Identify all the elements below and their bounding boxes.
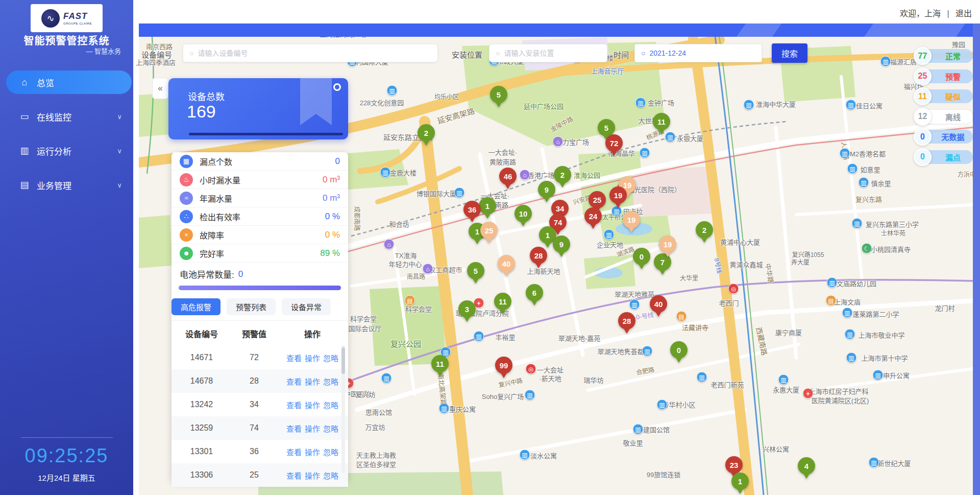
sidebar-item-总览[interactable]: ⌂总览 [6, 70, 132, 94]
tab-高危报警[interactable]: 高危报警 [172, 298, 220, 315]
map-marker-red-72[interactable]: 72 [605, 134, 623, 152]
map-label: 上海市红房子妇产科 [808, 386, 868, 396]
map-marker-green-4[interactable]: 4 [798, 457, 815, 475]
map-marker-green-1[interactable]: 1 [479, 197, 496, 215]
map-label: 上海新天地 [527, 266, 560, 276]
map-marker-red-24[interactable]: 24 [584, 207, 602, 225]
action-忽略[interactable]: 忽略 [323, 472, 338, 480]
legend-count-离线[interactable]: 12 [914, 108, 932, 126]
map-marker-green-2[interactable]: 2 [554, 166, 571, 183]
search-button[interactable]: 搜索 [772, 43, 807, 63]
action-查看[interactable]: 查看 [286, 354, 302, 363]
building-poi-icon: ▥ [744, 100, 754, 110]
action-查看[interactable]: 查看 [286, 425, 302, 433]
action-操作[interactable]: 操作 [305, 401, 320, 410]
action-忽略[interactable]: 忽略 [323, 425, 338, 433]
legend-count-预警[interactable]: 25 [914, 67, 932, 85]
map-marker-green-3[interactable]: 3 [458, 300, 476, 318]
map-marker-green-5[interactable]: 5 [467, 262, 484, 279]
building-poi-icon: ▥ [852, 218, 863, 229]
cell-warn-value: 74 [232, 423, 277, 433]
date-input[interactable] [649, 49, 752, 57]
action-忽略[interactable]: 忽略 [323, 378, 338, 386]
table-scrollbar-thumb[interactable] [341, 347, 345, 374]
map-marker-orange-25[interactable]: 25 [480, 222, 498, 239]
stat-row-完好率: ☻完好率89 % [172, 244, 348, 263]
tab-设备异常[interactable]: 设备异常 [282, 298, 331, 315]
cell-actions: 查看操作忽略 [277, 352, 348, 363]
map-marker-green-9[interactable]: 9 [538, 181, 555, 198]
map-marker-green-5[interactable]: 5 [598, 119, 615, 136]
action-操作[interactable]: 操作 [305, 472, 320, 480]
action-查看[interactable]: 查看 [286, 448, 302, 457]
map-marker-green-9[interactable]: 9 [553, 235, 570, 253]
map-marker-red-19[interactable]: 19 [609, 186, 627, 204]
cell-warn-value: 72 [232, 353, 277, 362]
action-忽略[interactable]: 忽略 [323, 354, 338, 363]
map-marker-green-2[interactable]: 2 [696, 221, 713, 239]
tab-预警列表[interactable]: 预警列表 [227, 298, 276, 315]
stat-row-漏点个数: ▦漏点个数0 [172, 152, 348, 171]
map-marker-red-23[interactable]: 23 [725, 456, 743, 474]
map-marker-green-11[interactable]: 11 [431, 355, 449, 372]
map-marker-red-99[interactable]: 99 [495, 357, 512, 374]
map-marker-green-11[interactable]: 11 [494, 293, 511, 310]
sidebar-item-在线监控[interactable]: ▭在线监控∨ [0, 105, 133, 128]
map-marker-red-28[interactable]: 28 [618, 312, 635, 329]
date-input-box[interactable]: ○ [634, 44, 762, 62]
map-marker-green-11[interactable]: 11 [653, 113, 670, 130]
map-marker-red-28[interactable]: 28 [530, 247, 547, 264]
building-poi-icon: ▥ [629, 299, 640, 310]
table-scrollbar[interactable] [341, 345, 345, 473]
action-操作[interactable]: 操作 [305, 354, 320, 363]
stat-value: 0 m³ [323, 193, 340, 203]
sidebar-item-业务管理[interactable]: ▤业务管理∨ [0, 173, 133, 197]
map-label: 瑞华坊 [583, 375, 603, 385]
legend-count-无数据[interactable]: 0 [914, 128, 932, 146]
map-marker-green-0[interactable]: 0 [670, 341, 688, 359]
clock-divider [21, 437, 113, 438]
map-marker-orange-19[interactable]: 19 [623, 211, 640, 228]
map-label: 医院黄浦院区(北区) [812, 395, 869, 405]
col-warn-value: 预警值 [232, 327, 277, 340]
panel-collapse-button[interactable]: « [152, 78, 168, 99]
shop-poi-icon: ⌂ [553, 136, 564, 147]
map-marker-red-25[interactable]: 25 [589, 191, 606, 208]
legend-count-正常[interactable]: 77 [914, 47, 932, 65]
install-location-input-box[interactable]: ○ [489, 44, 607, 62]
map-marker-green-6[interactable]: 6 [526, 284, 543, 301]
legend-count-疑似[interactable]: 11 [914, 87, 932, 105]
map-marker-red-46[interactable]: 46 [499, 168, 517, 185]
map-label: 小桃园清真寺 [871, 244, 911, 254]
install-location-input[interactable] [504, 49, 598, 57]
device-id-input[interactable] [198, 49, 408, 57]
map-marker-orange-40[interactable]: 40 [498, 255, 515, 272]
legend-count-漏点[interactable]: 0 [914, 148, 932, 166]
map-label: 上海文庙 [834, 297, 861, 307]
action-查看[interactable]: 查看 [286, 401, 302, 410]
map-marker-red-40[interactable]: 40 [650, 295, 667, 313]
people-icon: ∴ [180, 210, 193, 223]
action-操作[interactable]: 操作 [305, 425, 320, 433]
logo-brand: FAST [63, 12, 92, 20]
chart-icon: ▥ [19, 145, 30, 156]
map-marker-green-5[interactable]: 5 [490, 86, 507, 103]
map-marker-green-2[interactable]: 2 [418, 124, 435, 142]
map-marker-green-1[interactable]: 1 [731, 473, 749, 490]
action-操作[interactable]: 操作 [305, 448, 320, 457]
ring-icon[interactable] [333, 83, 341, 91]
action-查看[interactable]: 查看 [286, 472, 302, 480]
action-查看[interactable]: 查看 [286, 378, 302, 386]
welcome-text: 欢迎，上海 [900, 9, 941, 18]
device-id-input-box[interactable]: ○ [183, 44, 438, 62]
action-忽略[interactable]: 忽略 [323, 448, 338, 457]
map-marker-red-36[interactable]: 36 [463, 201, 481, 218]
stats-list: ▦漏点个数0♨小时漏水量0 m³≈年漏水量0 m³∴检出有效率0 %×故障率0 … [172, 152, 348, 263]
map-marker-green-10[interactable]: 10 [514, 205, 532, 222]
action-忽略[interactable]: 忽略 [323, 401, 338, 410]
map-marker-green-0[interactable]: 0 [633, 248, 650, 265]
logout-link[interactable]: 退出 [955, 9, 972, 18]
action-操作[interactable]: 操作 [305, 378, 320, 386]
sidebar-item-运行分析[interactable]: ▥运行分析∨ [0, 139, 133, 162]
map-marker-orange-19[interactable]: 19 [659, 235, 676, 253]
